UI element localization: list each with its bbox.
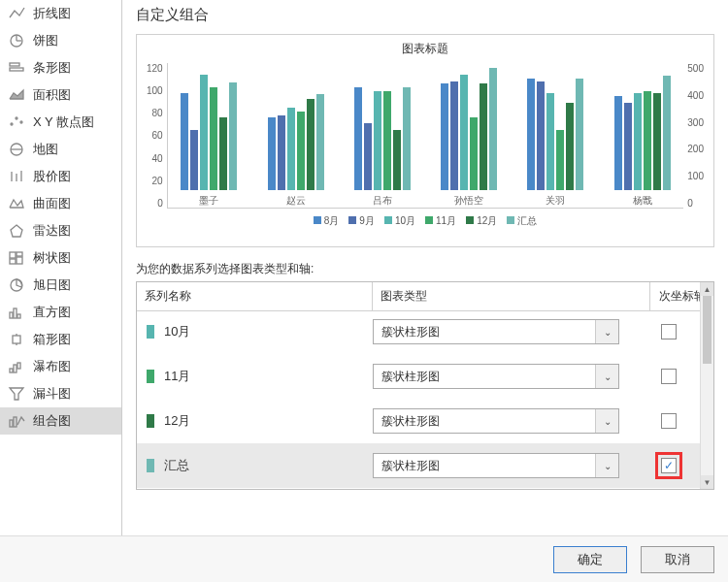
- svg-rect-27: [17, 363, 20, 369]
- grid-body: 10月簇状柱形图⌄11月簇状柱形图⌄12月簇状柱形图⌄汇总簇状柱形图⌄✓: [137, 309, 700, 489]
- bar: [644, 91, 651, 191]
- sidebar-item-label: 地图: [33, 141, 58, 158]
- chart-preview: 图表标题 120100806040200 墨子赵云吕布孙悟空关羽杨戬 50040…: [136, 34, 714, 247]
- chart-type-icon: [8, 114, 25, 130]
- bar: [210, 87, 217, 190]
- svg-rect-4: [10, 68, 23, 71]
- sidebar-item-7[interactable]: 曲面图: [0, 190, 121, 217]
- svg-rect-16: [17, 257, 22, 264]
- y-axis-right: 5004003002001000: [683, 63, 704, 209]
- sidebar-item-12[interactable]: 箱形图: [0, 326, 121, 353]
- chart-type-value: 簇状柱形图: [374, 365, 595, 388]
- x-category: 关羽: [546, 194, 565, 208]
- x-category: 孙悟空: [454, 194, 483, 208]
- chart-type-icon: [8, 250, 25, 266]
- secondary-axis-checkbox[interactable]: [661, 324, 677, 340]
- sidebar-item-1[interactable]: 饼图: [0, 27, 121, 54]
- svg-rect-21: [17, 314, 20, 318]
- dialog-footer: 确定 取消: [0, 535, 728, 582]
- scroll-down-icon[interactable]: ▼: [701, 475, 713, 489]
- sidebar-item-0[interactable]: 折线图: [0, 0, 121, 27]
- bar: [614, 96, 622, 191]
- sidebar-item-label: 旭日图: [33, 276, 71, 294]
- sidebar-item-11[interactable]: 直方图: [0, 299, 121, 326]
- sidebar-item-13[interactable]: 瀑布图: [0, 353, 121, 380]
- svg-point-7: [20, 121, 22, 123]
- sidebar-item-label: 树状图: [33, 249, 71, 267]
- bar: [546, 93, 554, 190]
- bar: [181, 93, 188, 190]
- sidebar-item-6[interactable]: 股价图: [0, 163, 121, 190]
- legend-entry: 11月: [425, 214, 456, 228]
- sidebar-item-3[interactable]: 面积图: [0, 81, 121, 109]
- svg-rect-25: [10, 369, 13, 372]
- sidebar-item-5[interactable]: 地图: [0, 136, 121, 163]
- svg-point-5: [11, 123, 13, 125]
- bar: [624, 103, 632, 190]
- sidebar-item-2[interactable]: 条形图: [0, 54, 121, 81]
- sidebar-item-label: 折线图: [33, 5, 71, 22]
- series-name-label: 12月: [164, 412, 190, 430]
- chart-type-icon: [8, 277, 25, 293]
- legend-entry: 汇总: [507, 214, 537, 228]
- sidebar-item-10[interactable]: 旭日图: [0, 272, 121, 299]
- x-category: 赵云: [286, 194, 306, 208]
- bar-group: 墨子: [172, 45, 247, 208]
- chevron-down-icon[interactable]: ⌄: [595, 454, 618, 477]
- chart-plot-area: 墨子赵云吕布孙悟空关羽杨戬: [167, 63, 684, 209]
- chart-type-select[interactable]: 簇状柱形图⌄: [373, 364, 619, 389]
- chart-type-icon: [8, 332, 25, 347]
- svg-rect-29: [10, 420, 13, 427]
- sidebar-item-15[interactable]: 组合图: [0, 407, 121, 435]
- chart-legend: 8月9月10月11月12月汇总: [147, 214, 704, 228]
- sidebar-item-9[interactable]: 树状图: [0, 244, 121, 272]
- bar-group: 赵云: [258, 45, 333, 208]
- secondary-axis-checkbox[interactable]: [661, 413, 677, 429]
- scroll-thumb[interactable]: [703, 296, 711, 364]
- x-category: 吕布: [373, 194, 392, 208]
- sidebar-item-label: 瀑布图: [33, 358, 71, 375]
- series-name-label: 11月: [164, 368, 190, 385]
- chart-type-icon: [8, 87, 25, 103]
- bar-group: 杨戬: [605, 45, 679, 208]
- bar: [470, 117, 478, 190]
- cancel-button[interactable]: 取消: [641, 546, 714, 573]
- sidebar-item-label: 直方图: [33, 304, 71, 321]
- scroll-up-icon[interactable]: ▲: [701, 282, 713, 296]
- legend-entry: 10月: [384, 214, 415, 228]
- svg-rect-14: [10, 252, 16, 258]
- sidebar-item-14[interactable]: 漏斗图: [0, 380, 121, 407]
- chart-type-select[interactable]: 簇状柱形图⌄: [373, 408, 619, 434]
- bar: [219, 117, 227, 190]
- vertical-scrollbar[interactable]: ▲ ▼: [700, 282, 713, 489]
- bar: [527, 79, 535, 190]
- sidebar-item-4[interactable]: X Y 散点图: [0, 109, 121, 136]
- sidebar-item-label: 面积图: [33, 86, 71, 104]
- sidebar-item-label: 条形图: [33, 59, 71, 77]
- chart-type-icon: [8, 305, 25, 320]
- chevron-down-icon[interactable]: ⌄: [595, 320, 618, 343]
- svg-rect-17: [10, 259, 16, 264]
- header-chart-type: 图表类型: [373, 282, 650, 310]
- bar: [307, 99, 314, 190]
- series-name-label: 10月: [164, 323, 190, 340]
- main-panel: 自定义组合 图表标题 120100806040200 墨子赵云吕布孙悟空关羽杨戬…: [122, 0, 728, 535]
- chart-type-select[interactable]: 簇状柱形图⌄: [373, 453, 619, 478]
- chevron-down-icon[interactable]: ⌄: [595, 365, 618, 388]
- secondary-axis-checkbox[interactable]: ✓: [661, 458, 677, 473]
- sidebar-item-8[interactable]: 雷达图: [0, 217, 121, 244]
- chevron-down-icon[interactable]: ⌄: [595, 409, 618, 433]
- svg-rect-26: [14, 365, 17, 372]
- chart-type-icon: [8, 33, 25, 48]
- chart-type-value: 簇状柱形图: [374, 320, 595, 343]
- bar: [393, 130, 401, 191]
- series-color-swatch: [147, 325, 154, 339]
- chart-type-select[interactable]: 簇状柱形图⌄: [373, 319, 619, 344]
- secondary-axis-checkbox[interactable]: [661, 369, 677, 384]
- svg-rect-22: [13, 336, 20, 343]
- chart-type-icon: [8, 169, 25, 184]
- bar: [663, 76, 671, 190]
- ok-button[interactable]: 确定: [553, 546, 627, 573]
- sidebar-item-label: 组合图: [33, 412, 71, 430]
- sidebar-item-label: 曲面图: [33, 195, 71, 212]
